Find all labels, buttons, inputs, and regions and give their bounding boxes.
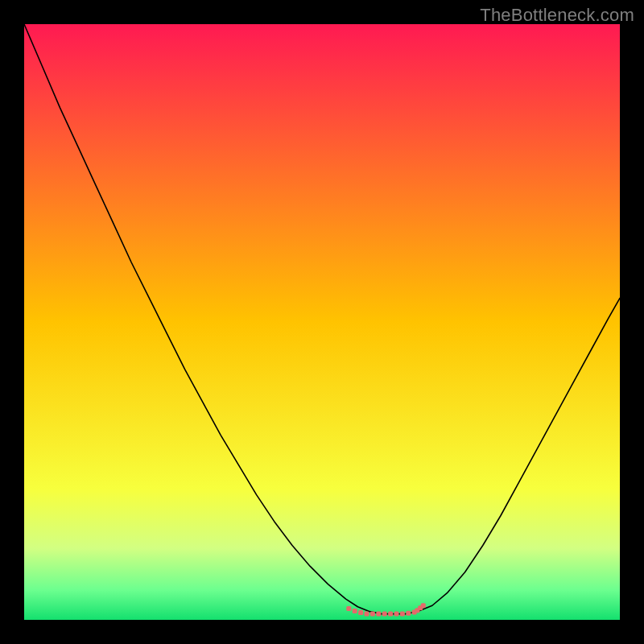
svg-rect-15	[421, 603, 426, 608]
svg-rect-2	[353, 609, 357, 613]
plot-area	[24, 24, 620, 620]
curve-layer	[24, 24, 620, 620]
svg-rect-10	[400, 612, 405, 617]
svg-rect-9	[394, 612, 399, 617]
svg-rect-5	[370, 612, 375, 617]
svg-rect-8	[388, 612, 393, 617]
svg-rect-4	[365, 612, 369, 617]
svg-rect-3	[358, 610, 363, 615]
svg-rect-7	[382, 612, 387, 617]
watermark-text: TheBottleneck.com	[480, 5, 634, 26]
chart-frame: TheBottleneck.com	[0, 0, 644, 644]
svg-rect-1	[346, 606, 351, 611]
bottleneck-curve	[24, 24, 620, 614]
svg-rect-6	[376, 612, 381, 617]
bottom-dot-band	[346, 603, 426, 616]
svg-rect-11	[406, 611, 411, 616]
